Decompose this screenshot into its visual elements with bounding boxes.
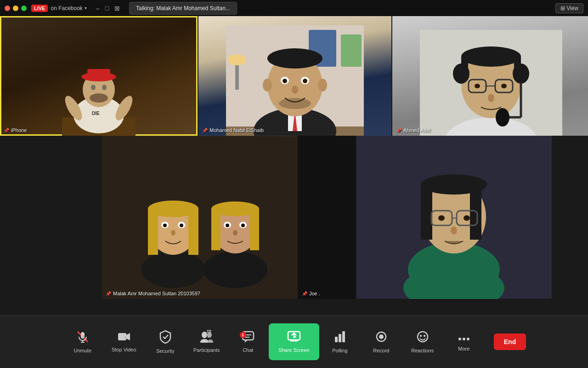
video-cell-empty-right — [553, 136, 588, 299]
video-label-joe: 📌 Joe . — [302, 291, 320, 296]
live-badge: LIVE — [31, 5, 48, 12]
video-label-mohamed: 📌 Mohamed Nabil ElShaib — [202, 127, 264, 133]
video-label-malak: 📌 Malak Amr Mohamed Sultan 20103597 — [106, 291, 200, 296]
share-screen-label: Share Screen — [278, 347, 309, 353]
close-button[interactable] — [5, 6, 10, 11]
unmute-button[interactable]: ▲ Unmute — [62, 323, 103, 360]
svg-point-27 — [303, 79, 307, 83]
video-cell-ahmed: 📌 Ahmed Adel — [392, 16, 588, 136]
svg-point-100 — [420, 335, 422, 337]
svg-point-101 — [424, 335, 425, 337]
reactions-button[interactable]: Reactions — [402, 323, 443, 360]
unmute-label: Unmute — [74, 348, 92, 353]
chat-badge: 1 — [240, 332, 246, 338]
svg-point-43 — [513, 63, 529, 84]
svg-point-7 — [90, 93, 108, 103]
svg-point-39 — [475, 84, 480, 88]
maximize-button[interactable] — [21, 6, 27, 11]
polling-label: Polling — [332, 348, 347, 353]
svg-point-67 — [233, 230, 237, 236]
video-grid-row1: DIE 📌 iPhone — [0, 16, 588, 136]
stop-video-button[interactable]: ▲ Stop Video — [103, 323, 145, 360]
video-cell-empty-left — [0, 136, 101, 299]
chat-label: Chat — [243, 347, 253, 353]
participants-count: 28 — [207, 329, 211, 334]
stop-video-label: Stop Video — [112, 347, 136, 352]
svg-point-79 — [464, 215, 470, 221]
svg-point-56 — [180, 224, 183, 227]
participants-button[interactable]: 28 ▲ Participants — [186, 323, 227, 360]
talking-indicator: Talking: Malak Amr Mohamed Sultan... — [129, 2, 237, 15]
video-label-ahmed: 📌 Ahmed Adel — [396, 127, 430, 133]
svg-point-65 — [226, 224, 229, 227]
svg-point-15 — [228, 54, 246, 65]
share-screen-button[interactable]: ▲ Share Screen — [269, 323, 319, 360]
video-cell-joe: 📌 Joe . — [298, 136, 356, 299]
svg-rect-62 — [250, 209, 259, 250]
svg-point-46 — [496, 108, 509, 126]
security-label: Security — [156, 348, 175, 354]
traffic-lights — [5, 6, 27, 11]
video-cell-iphone: DIE 📌 iPhone — [0, 16, 198, 136]
svg-point-28 — [292, 86, 298, 94]
svg-point-66 — [241, 224, 245, 227]
svg-point-33 — [461, 46, 521, 67]
pin-icon: 📌 — [4, 128, 9, 133]
polling-button[interactable]: Polling — [319, 323, 361, 360]
svg-rect-94 — [335, 337, 338, 342]
toolbar: ▲ Unmute ▲ Stop Video Security — [0, 315, 588, 368]
svg-point-98 — [379, 334, 384, 339]
more-button[interactable]: More — [443, 323, 485, 360]
svg-rect-4 — [87, 69, 110, 79]
svg-point-26 — [283, 79, 287, 83]
reactions-label: Reactions — [411, 348, 434, 353]
video-grid-row2: 📌 Malak Amr Mohamed Sultan 20103597 📌 Jo… — [0, 136, 588, 299]
svg-rect-96 — [342, 331, 345, 342]
svg-rect-13 — [341, 34, 362, 67]
svg-point-104 — [467, 338, 469, 340]
participants-label: Participants — [193, 347, 220, 353]
svg-point-57 — [171, 230, 175, 236]
svg-point-22 — [263, 79, 272, 92]
video-cell-last — [356, 136, 552, 299]
svg-rect-95 — [339, 334, 341, 342]
end-button[interactable]: End — [494, 334, 526, 350]
svg-point-58 — [203, 251, 267, 288]
svg-point-5 — [91, 85, 96, 90]
window-controls: – □ ⊠ — [96, 5, 120, 12]
svg-text:DIE: DIE — [92, 111, 100, 116]
svg-rect-61 — [211, 209, 220, 250]
svg-point-80 — [451, 226, 457, 235]
svg-point-21 — [267, 48, 322, 69]
svg-point-103 — [463, 338, 465, 340]
svg-point-40 — [501, 84, 507, 88]
view-button[interactable]: ⊞ View — [555, 3, 583, 13]
record-button[interactable]: Record — [361, 323, 402, 360]
top-bar: LIVE on Facebook ▾ – □ ⊠ Talking: Malak … — [0, 0, 588, 16]
chat-button[interactable]: 1 Chat — [227, 323, 269, 360]
svg-rect-52 — [188, 209, 198, 255]
svg-point-41 — [488, 94, 494, 102]
security-button[interactable]: Security — [145, 323, 186, 360]
svg-rect-73 — [421, 184, 432, 240]
platform-dropdown-arrow[interactable]: ▾ — [85, 6, 87, 11]
svg-point-102 — [458, 338, 461, 340]
platform-label: on Facebook — [51, 5, 82, 12]
video-label-iphone: 📌 iPhone — [4, 127, 27, 133]
svg-point-55 — [163, 224, 167, 227]
video-cell-mohamed: 📌 Mohamed Nabil ElShaib — [198, 16, 391, 136]
record-label: Record — [373, 348, 389, 353]
svg-rect-51 — [148, 209, 158, 255]
svg-point-29 — [279, 98, 311, 109]
svg-point-23 — [318, 79, 327, 92]
svg-point-78 — [438, 215, 445, 221]
svg-point-48 — [141, 251, 205, 288]
svg-point-42 — [453, 63, 469, 84]
svg-point-6 — [102, 85, 107, 90]
minimize-button[interactable] — [13, 6, 18, 11]
video-cell-malak: 📌 Malak Amr Mohamed Sultan 20103597 — [102, 136, 297, 299]
svg-rect-14 — [235, 62, 239, 90]
more-label: More — [458, 346, 469, 351]
